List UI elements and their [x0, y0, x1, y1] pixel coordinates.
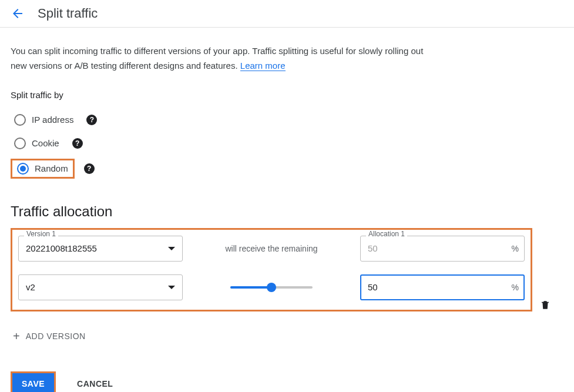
- allocation-field: %: [360, 274, 525, 300]
- slider-thumb[interactable]: [267, 283, 276, 292]
- add-version-button[interactable]: + ADD VERSION: [11, 326, 88, 347]
- radio-ip[interactable]: IP address: [11, 112, 77, 128]
- percent-suffix: %: [512, 244, 519, 253]
- intro-body: You can split incoming traffic to differ…: [11, 46, 423, 71]
- allocation-slider[interactable]: [230, 286, 313, 289]
- radio-label-random: Random: [35, 163, 68, 173]
- radio-cookie[interactable]: Cookie: [11, 135, 63, 152]
- version-select[interactable]: v2: [18, 274, 183, 300]
- back-arrow-icon[interactable]: [11, 6, 25, 21]
- add-version-label: ADD VERSION: [26, 331, 86, 341]
- chevron-down-icon: [168, 247, 175, 250]
- allocation-input[interactable]: [360, 274, 525, 300]
- plus-icon: +: [13, 330, 20, 342]
- help-icon[interactable]: ?: [72, 138, 83, 149]
- radio-dot-icon: [20, 166, 26, 172]
- version-select-box[interactable]: 20221008t182555: [18, 236, 183, 262]
- percent-suffix: %: [512, 283, 519, 292]
- traffic-allocation-heading: Traffic allocation: [11, 203, 553, 220]
- chevron-down-icon: [168, 286, 175, 289]
- split-by-radio-group: IP address ? Cookie ? Random ?: [11, 108, 553, 182]
- allocation-input: [360, 236, 525, 262]
- radio-circle-icon: [14, 138, 26, 149]
- version-value: v2: [26, 282, 35, 292]
- radio-row-ip: IP address ?: [11, 108, 553, 132]
- version-float-label: Version 1: [24, 230, 58, 238]
- page-header: Split traffic: [0, 0, 574, 28]
- remaining-note: will receive the remaining: [196, 244, 347, 253]
- intro-text: You can split incoming traffic to differ…: [11, 44, 439, 73]
- footer-actions: SAVE CANCEL: [11, 371, 553, 393]
- radio-label-cookie: Cookie: [32, 138, 59, 148]
- radio-row-random: Random ?: [11, 155, 553, 182]
- allocation-field: Allocation 1 %: [360, 236, 525, 262]
- help-icon[interactable]: ?: [86, 115, 97, 125]
- allocation-row: Version 1 20221008t182555 will receive t…: [18, 236, 525, 262]
- slider-fill: [230, 286, 271, 289]
- version-select[interactable]: Version 1 20221008t182555: [18, 236, 183, 262]
- slider-col: [196, 286, 347, 289]
- page-title: Split traffic: [38, 6, 98, 21]
- content-area: You can split incoming traffic to differ…: [0, 28, 564, 392]
- highlight-random: Random: [11, 159, 75, 179]
- allocation-panel: Version 1 20221008t182555 will receive t…: [11, 228, 532, 311]
- radio-random[interactable]: Random: [14, 160, 72, 177]
- learn-more-link[interactable]: Learn more: [240, 61, 286, 71]
- delete-row-button[interactable]: [537, 300, 553, 310]
- version-select-box[interactable]: v2: [18, 274, 183, 300]
- allocation-row: v2 %: [18, 274, 525, 300]
- help-icon[interactable]: ?: [84, 163, 95, 174]
- allocation-float-label: Allocation 1: [366, 230, 407, 238]
- radio-row-cookie: Cookie ?: [11, 132, 553, 155]
- version-value: 20221008t182555: [26, 243, 97, 253]
- radio-circle-icon: [17, 163, 29, 175]
- radio-circle-icon: [14, 114, 26, 126]
- remaining-text: will receive the remaining: [225, 244, 317, 253]
- radio-label-ip: IP address: [32, 115, 73, 125]
- split-by-label: Split traffic by: [11, 90, 553, 100]
- cancel-button[interactable]: CANCEL: [73, 373, 116, 393]
- save-button[interactable]: SAVE: [12, 373, 54, 393]
- highlight-save: SAVE: [11, 371, 56, 393]
